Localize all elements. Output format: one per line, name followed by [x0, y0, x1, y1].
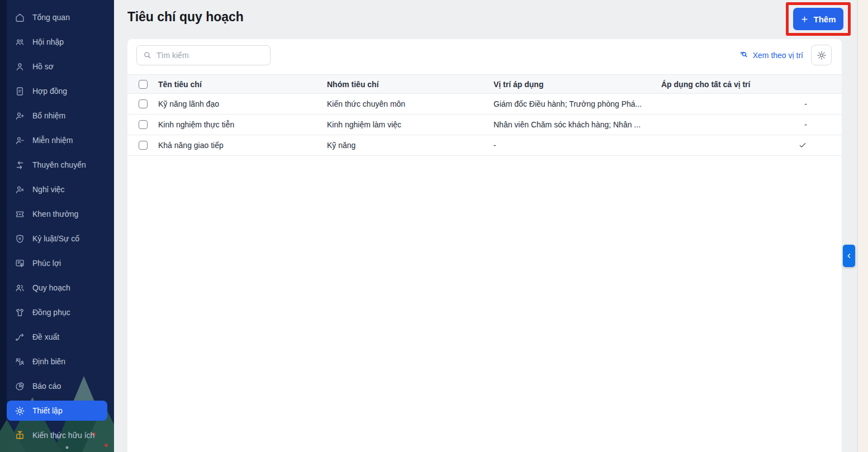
toolbar: Xem theo vị trí	[127, 39, 842, 65]
sidebar-item-de-xuat[interactable]: Đề xuất	[7, 327, 107, 347]
cell-apply-all	[798, 141, 842, 150]
sidebar-item-label: Đồng phục	[32, 308, 70, 317]
sidebar-item-label: Báo cáo	[32, 382, 61, 391]
sidebar-item-label: Phúc lợi	[32, 259, 61, 268]
sidebar-item-tong-quan[interactable]: Tổng quan	[7, 7, 107, 27]
cell-positions: Nhân viên Chăm sóc khách hàng; Nhân ...	[494, 120, 661, 129]
sidebar-item-dinh-bien[interactable]: Định biên	[7, 351, 107, 372]
contract-document-icon	[15, 86, 25, 97]
sidebar-item-quy-hoach[interactable]: Quy hoạch	[7, 278, 107, 298]
sidebar-item-hoi-nhap[interactable]: Hội nhập	[7, 32, 107, 52]
onboarding-people-icon	[15, 37, 25, 47]
sidebar-item-label: Thuyên chuyển	[32, 160, 86, 169]
cell-group: Kinh nghiệm làm việc	[327, 120, 494, 129]
search-icon	[143, 50, 152, 60]
right-panel-strip	[857, 0, 868, 452]
reward-ticket-icon	[15, 209, 25, 220]
sidebar-item-label: Khen thưởng	[32, 210, 78, 218]
sidebar-item-label: Đề xuất	[32, 332, 59, 341]
cell-name: Kỹ năng lãnh đạo	[158, 99, 327, 108]
proposal-route-icon	[15, 332, 25, 342]
add-button-label: Thêm	[813, 15, 836, 24]
table-row[interactable]: Khả năng giao tiếp Kỹ năng -	[127, 135, 842, 156]
sidebar-item-hop-dong[interactable]: Hợp đồng	[7, 81, 107, 101]
sidebar-item-label: Tổng quan	[32, 13, 70, 22]
gear-icon	[817, 50, 827, 60]
cell-apply-all: -	[804, 99, 842, 108]
view-by-position-label: Xem theo vị trí	[753, 51, 803, 60]
sidebar-item-label: Hồ sơ	[32, 62, 54, 71]
table-row[interactable]: Kinh nghiệm thực tiễn Kinh nghiệm làm vi…	[127, 115, 842, 135]
view-by-position-link[interactable]: Xem theo vị trí	[739, 50, 803, 60]
column-header-positions: Vị trí áp dụng	[494, 80, 661, 89]
sidebar-item-dong-phuc[interactable]: Đồng phục	[7, 302, 107, 322]
search-box	[136, 45, 271, 65]
app-screen: ❄ Tổng quan Hội nhập Hồ sơ Hợp đồng	[0, 0, 868, 452]
row-checkbox[interactable]	[139, 141, 148, 150]
column-settings-button[interactable]	[811, 45, 832, 65]
sidebar-item-ho-so[interactable]: Hồ sơ	[7, 56, 107, 77]
cell-positions: -	[494, 141, 661, 150]
sidebar-item-ky-luat[interactable]: Kỷ luật/Sự cố	[7, 229, 107, 249]
row-checkbox[interactable]	[139, 120, 148, 129]
sidebar-item-label: Thiết lập	[32, 406, 63, 415]
profile-person-icon	[15, 61, 25, 72]
home-icon	[15, 12, 25, 23]
headcount-org-icon	[15, 356, 25, 367]
sidebar-item-mien-nhiem[interactable]: Miễn nhiệm	[7, 130, 107, 150]
chevron-left-icon	[845, 252, 853, 260]
sidebar-item-label: Nghỉ việc	[32, 185, 65, 194]
table-row[interactable]: Kỹ năng lãnh đạo Kiến thức chuyên môn Gi…	[127, 94, 842, 115]
table-header-row: Tên tiêu chí Nhóm tiêu chí Vị trí áp dụn…	[127, 74, 842, 94]
sidebar: ❄ Tổng quan Hội nhập Hồ sơ Hợp đồng	[0, 0, 114, 452]
sidebar-item-label: Kiến thức hữu ích	[32, 431, 94, 440]
toolbar-right: Xem theo vị trí	[739, 45, 832, 65]
sidebar-item-label: Quy hoạch	[32, 283, 70, 292]
cell-name: Kinh nghiệm thực tiễn	[158, 120, 327, 129]
page-title: Tiêu chí quy hoạch	[127, 9, 244, 25]
cell-positions: Giám đốc Điều hành; Trưởng phòng Phá...	[494, 99, 661, 108]
sidebar-item-label: Hội nhập	[32, 37, 64, 46]
row-checkbox[interactable]	[139, 99, 148, 108]
cell-group: Kỹ năng	[327, 141, 494, 150]
sidebar-item-label: Miễn nhiệm	[32, 136, 73, 145]
add-button[interactable]: Thêm	[793, 8, 843, 30]
sidebar-item-thuyen-chuyen[interactable]: Thuyên chuyển	[7, 155, 107, 175]
sidebar-item-label: Định biên	[32, 357, 65, 366]
sidebar-item-phuc-loi[interactable]: Phúc lợi	[7, 253, 107, 273]
column-header-apply-all: Áp dụng cho tất cả vị trí	[661, 80, 842, 89]
discipline-shield-icon	[15, 234, 25, 244]
appointment-person-plus-icon	[15, 111, 25, 121]
sidebar-item-nghi-viec[interactable]: Nghỉ việc	[7, 179, 107, 199]
cell-group: Kiến thức chuyên môn	[327, 99, 494, 108]
sidebar-item-label: Bổ nhiệm	[32, 111, 65, 120]
content-card: Xem theo vị trí Tên tiêu chí Nhóm tiêu c…	[127, 39, 842, 452]
plus-icon	[800, 15, 809, 23]
sidebar-item-label: Hợp đồng	[32, 87, 67, 96]
settings-gear-icon	[15, 406, 25, 416]
benefits-card-icon	[15, 258, 25, 269]
column-header-name: Tên tiêu chí	[158, 80, 327, 89]
sidebar-item-kien-thuc[interactable]: Kiến thức hữu ích	[7, 425, 107, 445]
annotation-highlight-box: Thêm	[786, 2, 851, 36]
uniform-shirt-icon	[15, 307, 25, 318]
planning-people-icon	[15, 283, 25, 293]
cell-name: Khả năng giao tiếp	[158, 141, 327, 150]
collapse-panel-handle[interactable]	[843, 245, 855, 267]
search-input[interactable]	[156, 51, 264, 60]
knowledge-book-icon	[15, 430, 25, 441]
check-icon	[798, 141, 807, 150]
transfer-arrows-icon	[15, 160, 25, 170]
sidebar-item-khen-thuong[interactable]: Khen thưởng	[7, 204, 107, 224]
column-header-group: Nhóm tiêu chí	[327, 80, 494, 89]
sidebar-item-label: Kỷ luật/Sự cố	[32, 234, 79, 243]
sidebar-item-thiet-lap[interactable]: Thiết lập	[7, 401, 107, 421]
report-pie-icon	[15, 381, 25, 392]
sidebar-nav: Tổng quan Hội nhập Hồ sơ Hợp đồng Bổ nhi…	[0, 0, 114, 445]
sidebar-item-bao-cao[interactable]: Báo cáo	[7, 376, 107, 396]
select-all-checkbox[interactable]	[139, 80, 148, 89]
sidebar-item-bo-nhiem[interactable]: Bổ nhiệm	[7, 106, 107, 126]
criteria-table: Tên tiêu chí Nhóm tiêu chí Vị trí áp dụn…	[127, 74, 842, 156]
resignation-person-x-icon	[15, 184, 25, 195]
dismissal-person-minus-icon	[15, 135, 25, 146]
